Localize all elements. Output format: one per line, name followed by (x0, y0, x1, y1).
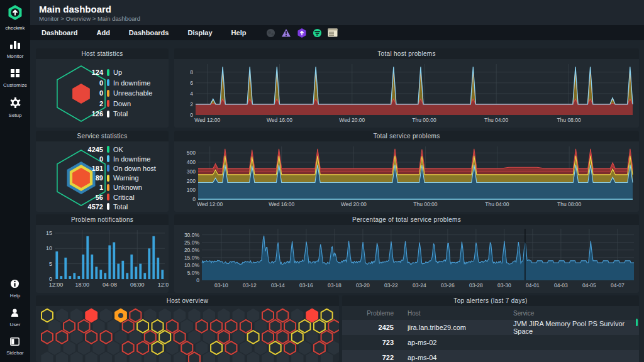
stat-row-unknown[interactable]: 1Unknown (80, 183, 162, 192)
host-hexagon[interactable] (174, 309, 186, 322)
menu-item-dashboard[interactable]: Dashboard (42, 29, 77, 36)
host-hexagon[interactable] (269, 319, 281, 333)
host-hexagon[interactable] (48, 341, 60, 354)
host-hexagon[interactable] (277, 330, 289, 344)
host-hexagon[interactable] (233, 330, 245, 344)
host-hexagon[interactable] (108, 319, 119, 333)
host-hexagon[interactable] (328, 319, 339, 333)
host-hexagon[interactable] (136, 341, 148, 354)
host-hexagon[interactable] (122, 319, 134, 333)
host-hexagon[interactable] (203, 330, 215, 344)
host-hexagon[interactable] (262, 309, 274, 322)
host-name[interactable]: ap-ms-04 (400, 354, 506, 361)
menu-item-dashboards[interactable]: Dashboards (129, 29, 169, 36)
host-hexagon[interactable] (299, 341, 311, 354)
host-hexagon[interactable] (166, 341, 178, 354)
host-hexagon[interactable] (41, 309, 53, 322)
host-hexagon[interactable] (240, 319, 252, 333)
column-service[interactable]: Service (506, 310, 639, 317)
host-hexagon[interactable] (130, 330, 142, 344)
host-hexagon[interactable] (181, 341, 193, 354)
stat-row-up[interactable]: 124Up (80, 67, 162, 78)
host-hexagon[interactable] (277, 309, 289, 322)
stat-row-in-downtime[interactable]: 0In downtime (80, 78, 162, 89)
host-hexagon[interactable] (313, 319, 325, 333)
host-name[interactable]: ap-ms-02 (400, 339, 506, 346)
host-hexagon[interactable] (56, 309, 68, 322)
host-hexagon[interactable] (144, 330, 156, 344)
stat-row-down[interactable]: 2Down (80, 99, 162, 109)
host-hexagon[interactable] (247, 352, 259, 362)
host-hexagon[interactable] (70, 330, 82, 344)
table-row[interactable]: 2425jira.lan.tribe29.comJVM JIRA Memory … (342, 320, 639, 335)
host-hexagon[interactable] (130, 309, 142, 322)
host-hexagon[interactable] (92, 341, 104, 354)
hexagon-up-icon[interactable] (297, 28, 307, 38)
host-hexagon[interactable] (56, 330, 68, 344)
percentage-service-problems-chart[interactable]: 05.0%10.0%15.0%20.0%25.0%30.0%03-1003-12… (174, 225, 639, 295)
host-hexagon[interactable] (321, 309, 333, 322)
host-hexagon[interactable] (269, 341, 281, 354)
stat-row-total[interactable]: 4572Total (80, 202, 162, 211)
scrollbar-indicator[interactable] (636, 319, 638, 326)
host-hexagon[interactable] (152, 319, 164, 333)
sidebar-item-sidebar[interactable]: Sidebar (6, 337, 24, 356)
host-hexagon[interactable] (196, 319, 208, 333)
host-hexagon[interactable] (144, 309, 156, 322)
host-overview-hexgrid[interactable] (36, 306, 339, 362)
host-hexagon[interactable] (152, 341, 164, 354)
host-hexagon[interactable] (247, 309, 259, 322)
host-hexagon[interactable] (218, 330, 230, 344)
host-hexagon[interactable] (306, 309, 318, 323)
host-hexagon[interactable] (114, 330, 126, 344)
sidebar-item-customize[interactable]: Customize (3, 69, 27, 88)
host-hexagon[interactable] (255, 319, 267, 333)
host-hexagon[interactable] (159, 309, 171, 322)
host-hexagon[interactable] (210, 341, 222, 354)
host-hexagon[interactable] (321, 330, 333, 344)
host-hexagon[interactable] (70, 352, 82, 362)
host-hexagon[interactable] (188, 309, 200, 322)
host-hexagon[interactable] (100, 330, 112, 344)
table-row[interactable]: 723ap-ms-02 (342, 335, 639, 350)
host-hexagon[interactable] (174, 330, 186, 344)
host-hexagon[interactable] (86, 330, 97, 344)
service-name[interactable]: JVM JIRA Memory Pool PS Survivor Space (506, 320, 639, 335)
host-hexagon[interactable] (114, 309, 127, 323)
host-hexagon[interactable] (255, 341, 267, 354)
host-hexagon[interactable] (92, 319, 104, 333)
host-hexagon[interactable] (100, 309, 112, 322)
column-host[interactable]: Host (400, 310, 506, 317)
host-hexagon[interactable] (78, 319, 90, 333)
host-hexagon[interactable] (108, 341, 119, 354)
host-hexagon[interactable] (85, 309, 97, 323)
host-hexagon[interactable] (56, 352, 68, 362)
host-hexagon[interactable] (188, 330, 200, 344)
host-hexagon[interactable] (41, 352, 53, 362)
host-hexagon[interactable] (262, 330, 274, 344)
menu-item-help[interactable]: Help (231, 29, 247, 36)
host-hexagon[interactable] (284, 341, 296, 354)
total-service-problems-chart[interactable]: 0100200300400500Wed 12:00Wed 16:00Wed 20… (174, 141, 639, 214)
table-row[interactable]: 722ap-ms-04 (342, 350, 639, 362)
warning-triangle-icon[interactable] (281, 28, 291, 38)
host-hexagon[interactable] (41, 330, 53, 344)
host-hexagon[interactable] (78, 341, 90, 354)
host-hexagon[interactable] (225, 341, 237, 354)
filter-icon[interactable] (313, 28, 322, 38)
stat-row-in-downtime[interactable]: 0In downtime (80, 154, 162, 163)
host-hexagon[interactable] (218, 309, 230, 322)
host-hexagon[interactable] (63, 319, 75, 333)
host-hexagon[interactable] (313, 341, 325, 354)
sidebar-item-setup[interactable]: Setup (9, 97, 22, 118)
host-name[interactable]: jira.lan.tribe29.com (400, 324, 506, 331)
host-hexagon[interactable] (196, 341, 208, 354)
stat-row-ok[interactable]: 4245OK (80, 145, 162, 154)
host-hexagon[interactable] (159, 330, 171, 344)
host-hexagon[interactable] (247, 330, 259, 344)
stat-row-total[interactable]: 126Total (80, 109, 162, 119)
host-hexagon[interactable] (70, 309, 82, 322)
host-hexagon[interactable] (284, 319, 296, 333)
menu-item-add[interactable]: Add (96, 29, 109, 36)
host-hexagon[interactable] (210, 319, 222, 333)
